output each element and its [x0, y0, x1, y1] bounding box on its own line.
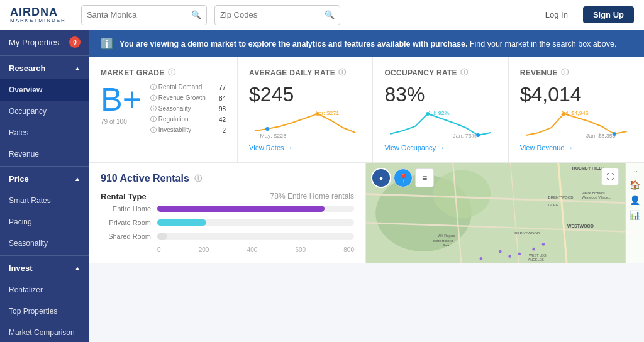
bar-entire-home: Entire Home	[101, 205, 354, 212]
view-occupancy-link[interactable]: View Occupancy →	[384, 144, 445, 152]
svg-point-35	[480, 257, 483, 260]
svg-text:State Historic: State Historic	[433, 239, 453, 243]
occupancy-card: Occupancy Rate ⓘ 83% Jul: 92% Jan: 73% V…	[373, 57, 508, 162]
sidebar-item-rentalizer[interactable]: Rentalizer	[0, 279, 89, 301]
rentals-info-icon[interactable]: ⓘ	[194, 174, 202, 184]
map-satellite-button[interactable]: ●	[371, 168, 391, 188]
svg-point-34	[542, 243, 545, 246]
map-panel: HOLMBY HILLS BRENTWOOD GLEN WESTWOOD BRE…	[366, 163, 644, 263]
stats-grid: Market Grade ⓘ B+ 79 of 100 ⓘ Rental Dem…	[89, 57, 644, 163]
metric-regulation: ⓘ Regulation 42	[150, 115, 226, 124]
grade-letter: B+	[101, 83, 142, 116]
svg-text:Westwood Village...: Westwood Village...	[582, 196, 611, 199]
sidebar-item-revenue[interactable]: Revenue	[0, 143, 89, 165]
rental-type-label: Rental Type	[101, 192, 147, 201]
chevron-up-icon-invest: ▲	[74, 265, 80, 272]
svg-text:RANCHO PARK: RANCHO PARK	[587, 263, 611, 263]
map-controls: ● 📍 ≡	[371, 168, 434, 188]
occupancy-info-icon[interactable]: ⓘ	[460, 67, 468, 78]
svg-text:Jan: 73%: Jan: 73%	[453, 133, 477, 139]
revenue-chart: Jul: $4,946 Jan: $3,350	[520, 109, 633, 140]
svg-point-33	[532, 248, 535, 251]
svg-text:GLEN: GLEN	[548, 202, 559, 207]
metric-investability: ⓘ Investability 2	[150, 126, 226, 135]
svg-text:Pierce Brothers: Pierce Brothers	[582, 191, 605, 195]
metric-rental-demand: ⓘ Rental Demand 77	[150, 83, 226, 92]
zip-search-input[interactable]	[220, 10, 321, 19]
revenue-info-icon[interactable]: ⓘ	[561, 67, 569, 78]
main-layout: My Properties 0 Research ▲ Overview Occu…	[0, 30, 644, 342]
bar-axis: 0 200 400 600 800	[157, 246, 354, 253]
sidebar-section-invest[interactable]: Invest ▲	[0, 257, 89, 279]
sidebar-item-overview[interactable]: Overview	[0, 79, 89, 101]
sidebar-item-pacing[interactable]: Pacing	[0, 211, 89, 233]
market-grade-info-icon[interactable]: ⓘ	[168, 67, 175, 78]
occupancy-value: 83%	[384, 83, 496, 106]
svg-text:Jan: $3,350: Jan: $3,350	[586, 133, 615, 139]
bottom-section: 910 Active Rentals ⓘ Rental Type 78% Ent…	[89, 163, 644, 263]
market-grade-title: Market Grade ⓘ	[101, 67, 226, 78]
occupancy-chart: Jul: 92% Jan: 73%	[384, 109, 496, 140]
map-placeholder: HOLMBY HILLS BRENTWOOD GLEN WESTWOOD BRE…	[366, 163, 644, 263]
map-icon-1[interactable]: 🏠	[630, 180, 640, 190]
content-area: ℹ️ You are viewing a demo market to expl…	[89, 30, 644, 342]
svg-point-3	[265, 127, 269, 131]
adr-info-icon[interactable]: ⓘ	[338, 67, 346, 78]
adr-chart: Apr: $271 May: $223	[249, 109, 361, 140]
sidebar-item-rates[interactable]: Rates	[0, 122, 89, 143]
sidebar-item-market-comparison[interactable]: Market Comparison	[0, 322, 89, 342]
svg-text:WESTWOOD: WESTWOOD	[567, 224, 594, 228]
rentals-count: 910 Active Rentals	[101, 173, 189, 184]
logo-bottom: MARKETMINDER	[10, 18, 66, 23]
info-icon: ℹ️	[101, 38, 113, 50]
svg-text:WEST LOS: WEST LOS	[529, 253, 547, 257]
location-search-input[interactable]	[87, 10, 187, 19]
svg-text:HOLMBY HILLS: HOLMBY HILLS	[572, 166, 605, 170]
sidebar-item-occupancy[interactable]: Occupancy	[0, 101, 89, 122]
bar-private-room: Private Room	[101, 219, 354, 226]
map-location-button[interactable]: 📍	[394, 168, 413, 187]
adr-card: Average Daily Rate ⓘ $245 Apr: $271 May:…	[238, 57, 373, 162]
map-list-button[interactable]: ≡	[415, 168, 434, 187]
svg-point-11	[612, 132, 616, 136]
map-icon-3[interactable]: 📊	[630, 210, 640, 220]
grade-score: 79 of 100	[101, 118, 142, 125]
login-button[interactable]: Log In	[538, 6, 575, 23]
view-rates-link[interactable]: View Rates →	[249, 144, 293, 152]
svg-text:Park: Park	[443, 243, 450, 247]
revenue-card: Revenue ⓘ $4,014 Jul: $4,946 Jan: $3,350…	[509, 57, 644, 162]
top-nav: AIRDNA MARKETMINDER 🔍 🔍 Log In Sign Up	[0, 0, 644, 30]
view-revenue-link[interactable]: View Revenue →	[520, 144, 574, 152]
svg-text:ANGELES: ANGELES	[528, 258, 545, 262]
svg-text:BRENTWOOD: BRENTWOOD	[548, 195, 574, 199]
sidebar-section-research[interactable]: Research ▲	[0, 57, 89, 79]
svg-point-14	[433, 170, 491, 218]
map-icon-2[interactable]: 👤	[630, 195, 640, 205]
chevron-up-icon-price: ▲	[74, 175, 80, 182]
metric-revenue-growth: ⓘ Revenue Growth 84	[150, 94, 226, 102]
map-side-controls: ··· 🏠 👤 📊	[625, 163, 644, 263]
sidebar-item-smart-rates[interactable]: Smart Rates	[0, 190, 89, 211]
location-search-box[interactable]: 🔍	[81, 5, 207, 25]
svg-text:Will Rogers: Will Rogers	[438, 234, 455, 238]
signup-button[interactable]: Sign Up	[583, 6, 634, 23]
adr-value: $245	[249, 83, 361, 106]
sidebar: My Properties 0 Research ▲ Overview Occu…	[0, 30, 89, 342]
logo: AIRDNA MARKETMINDER	[10, 6, 66, 23]
banner-bold-text: You are viewing a demo market to explore…	[119, 40, 467, 48]
zip-search-box[interactable]: 🔍	[214, 5, 340, 25]
sidebar-item-top-properties[interactable]: Top Properties	[0, 301, 89, 322]
svg-text:BRENTWOOD: BRENTWOOD	[514, 231, 540, 235]
market-grade-card: Market Grade ⓘ B+ 79 of 100 ⓘ Rental Dem…	[89, 57, 238, 162]
sidebar-item-seasonality[interactable]: Seasonality	[0, 233, 89, 254]
chevron-up-icon: ▲	[74, 65, 80, 72]
sidebar-section-price[interactable]: Price ▲	[0, 168, 89, 190]
svg-point-7	[477, 133, 480, 137]
sidebar-item-my-properties[interactable]: My Properties 0	[0, 30, 89, 54]
map-zoom-dots: ···	[632, 168, 637, 175]
map-expand-button[interactable]: ⛶	[601, 168, 619, 185]
svg-point-6	[426, 112, 430, 116]
svg-point-32	[518, 252, 521, 255]
demo-banner: ℹ️ You are viewing a demo market to expl…	[89, 30, 644, 57]
rentals-panel: 910 Active Rentals ⓘ Rental Type 78% Ent…	[89, 163, 366, 263]
